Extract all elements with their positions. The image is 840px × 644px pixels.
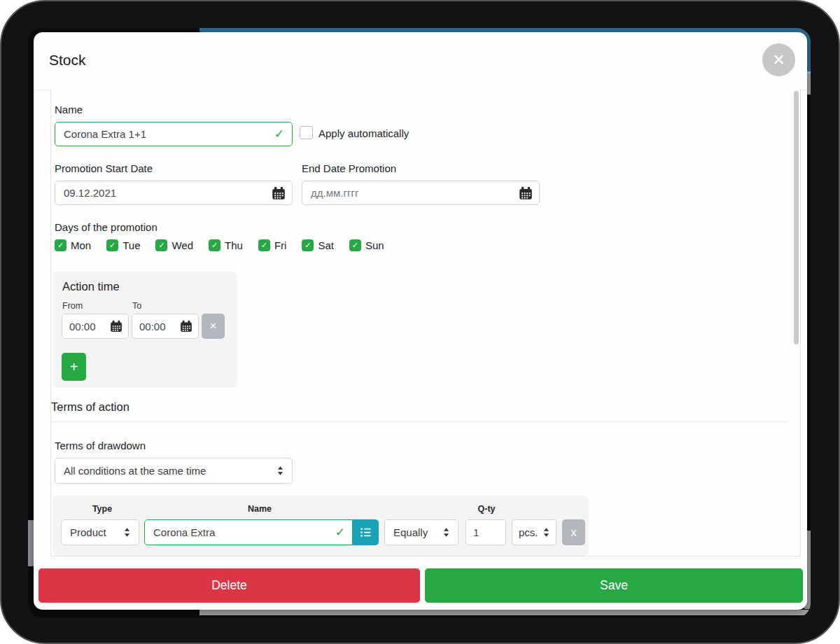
qty-input[interactable] — [465, 519, 506, 545]
apply-automatically-label: Apply automatically — [318, 127, 409, 139]
section-divider — [51, 421, 788, 422]
time-to-input[interactable] — [139, 321, 172, 332]
calendar-icon[interactable] — [110, 320, 122, 332]
product-name-group: ✓ — [144, 519, 379, 545]
unit-select[interactable]: pcs. — [512, 519, 556, 545]
day-checkbox-tue[interactable]: ✓Tue — [106, 239, 140, 251]
end-date-input[interactable] — [302, 181, 540, 205]
type-column-label: Type — [92, 504, 112, 514]
end-date-wrap — [302, 181, 540, 205]
scrollbar-thumb[interactable] — [794, 91, 799, 344]
action-time-title: Action time — [62, 280, 120, 293]
checkbox-checked-icon: ✓ — [349, 239, 361, 251]
close-icon: ✕ — [772, 52, 785, 68]
product-name-input[interactable] — [144, 519, 353, 545]
time-to-field — [132, 314, 199, 339]
day-checkbox-wed[interactable]: ✓Wed — [155, 239, 193, 251]
plus-icon: + — [70, 359, 78, 375]
valid-check-icon: ✓ — [274, 128, 284, 140]
from-label: From — [62, 301, 83, 311]
calendar-icon[interactable] — [519, 186, 533, 200]
action-time-card: Action time From To — [53, 272, 237, 388]
name-column-label: Name — [248, 504, 272, 514]
checkbox-checked-icon: ✓ — [258, 239, 270, 251]
to-label: To — [132, 301, 141, 311]
type-selected-value: Product — [70, 526, 106, 538]
valid-check-icon: ✓ — [335, 526, 345, 538]
checkbox-checked-icon: ✓ — [302, 239, 314, 251]
day-checkbox-sun[interactable]: ✓Sun — [349, 239, 384, 251]
drawdown-label: Terms of drawdown — [55, 440, 146, 451]
time-from-input[interactable] — [69, 321, 102, 332]
delete-button[interactable]: Delete — [38, 568, 420, 603]
remove-icon: x — [570, 526, 577, 540]
share-selected-value: Equally — [393, 526, 428, 538]
qty-column-label: Q-ty — [478, 504, 496, 514]
unit-selected-value: pcs. — [519, 526, 538, 538]
select-arrows-icon — [443, 528, 449, 537]
day-checkbox-thu[interactable]: ✓Thu — [209, 239, 243, 251]
save-button[interactable]: Save — [425, 568, 803, 603]
time-from-field — [62, 314, 129, 339]
checkbox-checked-icon: ✓ — [155, 239, 167, 251]
share-select[interactable]: Equally — [384, 519, 458, 545]
add-time-row-button[interactable]: + — [62, 353, 86, 381]
start-date-wrap — [55, 181, 293, 205]
days-label: Days of the promotion — [55, 221, 158, 233]
remove-condition-button[interactable]: x — [562, 519, 585, 545]
remove-icon: × — [210, 319, 217, 333]
select-arrows-icon — [124, 528, 130, 537]
page-title: Stock — [49, 52, 86, 69]
select-arrows-icon — [543, 528, 550, 537]
type-select[interactable]: Product — [61, 519, 139, 545]
checkbox-checked-icon: ✓ — [106, 239, 118, 251]
drawdown-selected-value: All conditions at the same time — [64, 465, 206, 477]
close-button[interactable]: ✕ — [762, 43, 795, 76]
stock-modal: Stock ✕ Name ✓ Apply automatically Promo… — [34, 32, 807, 610]
condition-row-card: Type Name Q-ty Product ✓ — [52, 496, 589, 556]
day-checkbox-fri[interactable]: ✓Fri — [258, 239, 287, 251]
background-bottom-strip — [200, 610, 811, 615]
day-checkbox-mon[interactable]: ✓Mon — [55, 239, 91, 251]
product-list-button[interactable] — [353, 519, 379, 545]
list-icon — [360, 526, 372, 538]
calendar-icon[interactable] — [272, 186, 286, 200]
form-scroll-area: Name ✓ Apply automatically Promotion Sta… — [50, 90, 801, 556]
name-label: Name — [55, 104, 83, 115]
apply-automatically-checkbox[interactable] — [300, 126, 313, 139]
calendar-icon[interactable] — [180, 320, 192, 332]
days-row: ✓Mon ✓Tue ✓Wed ✓Thu ✓Fri ✓Sat ✓Sun — [55, 239, 384, 251]
tablet-screen: Stock ✕ Name ✓ Apply automatically Promo… — [28, 28, 811, 617]
end-date-label: End Date Promotion — [302, 162, 396, 174]
terms-of-action-heading: Terms of action — [51, 400, 130, 414]
remove-time-row-button[interactable]: × — [202, 314, 225, 339]
select-arrows-icon — [277, 466, 284, 475]
name-field-wrap: ✓ — [55, 122, 293, 146]
tablet-frame: Stock ✕ Name ✓ Apply automatically Promo… — [0, 0, 840, 644]
screenshot-stage: Stock ✕ Name ✓ Apply automatically Promo… — [0, 0, 840, 644]
day-checkbox-sat[interactable]: ✓Sat — [302, 239, 334, 251]
start-date-input[interactable] — [55, 181, 293, 205]
checkbox-checked-icon: ✓ — [209, 239, 220, 251]
start-date-label: Promotion Start Date — [55, 162, 153, 174]
name-input[interactable] — [55, 122, 293, 146]
checkbox-checked-icon: ✓ — [55, 239, 66, 251]
drawdown-select[interactable]: All conditions at the same time — [55, 458, 293, 484]
